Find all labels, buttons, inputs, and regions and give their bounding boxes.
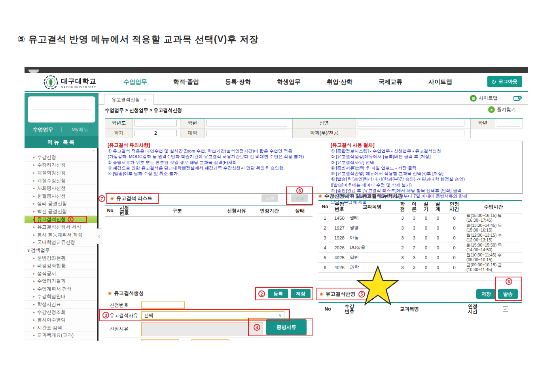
sidebar-item[interactable]: ▸국내학점교류신청 bbox=[25, 239, 97, 247]
sidebar-item-label: 수강학점안내 bbox=[37, 293, 66, 300]
reason-textarea[interactable] bbox=[141, 322, 263, 336]
form-input-학과(부)/전공[interactable] bbox=[358, 130, 464, 136]
user-info-box bbox=[28, 96, 95, 122]
sidebar-item[interactable]: ▸계절수강신청 bbox=[25, 177, 97, 185]
sidebar-item[interactable]: ▸사회봉사신청 bbox=[25, 185, 97, 192]
print-button[interactable]: 인쇄 bbox=[291, 194, 308, 202]
form-input-성명[interactable] bbox=[358, 120, 464, 126]
notice-line: ③ 폐강으로 인한 유고결석은 단과대학행정실에서 폐강과목 수강신청자 명단 … bbox=[108, 165, 328, 171]
sidebar-item-label: 교과목개요(교과) bbox=[37, 332, 74, 339]
delete-button[interactable]: 삭제 bbox=[261, 194, 278, 202]
sidebar-item-label: 수강허가신청 bbox=[37, 162, 66, 168]
sidebar-item[interactable]: ▸성적공시 bbox=[25, 270, 97, 278]
enrollment-row: 31928아동33000월(12:00~13:15) 수(12:00~13:15… bbox=[318, 233, 522, 243]
highlight-star bbox=[356, 266, 399, 307]
form-input-학년[interactable] bbox=[497, 120, 520, 126]
sidebar-tab-mymenu[interactable]: My메뉴 bbox=[62, 126, 98, 133]
nav-item-학적·졸업[interactable]: 학적·졸업 bbox=[173, 78, 199, 86]
sidebar-item[interactable]: ▸시간표 검색 bbox=[25, 324, 97, 332]
notice-line: ① 유고결석 적용은 대면수업 및 실시간 Zoom 수업, 학습기간(출석인정… bbox=[108, 148, 328, 154]
sidebar-item[interactable]: ▸수강신청조회 bbox=[25, 309, 97, 317]
menu-list: ▸수강신청▸수강허가신청▸계절희망신청▸계절수강신청▸사회봉사신청▸헌혈봉사신청… bbox=[25, 154, 97, 341]
sidebar-item-label: 시간표 검색 bbox=[37, 324, 62, 331]
enroll-col-header: 실 기 bbox=[420, 200, 432, 213]
form-label: 학과(부)/전공 bbox=[293, 128, 356, 138]
chevron-right-icon: ▸ bbox=[33, 287, 37, 291]
apply-no-input[interactable] bbox=[141, 302, 185, 309]
form-input-학년도[interactable] bbox=[134, 120, 177, 126]
sidebar-item[interactable]: ▸분반강좌현황 bbox=[25, 254, 97, 262]
chevron-right-icon: ▸ bbox=[33, 318, 37, 322]
sidebar-item[interactable]: ▸계절희망신청 bbox=[25, 169, 97, 177]
attach-documents-button[interactable]: 증빙서류 bbox=[266, 319, 307, 335]
sidebar-item[interactable]: ▸교과목개요(교과) bbox=[25, 332, 97, 340]
chevron-right-icon: ▸ bbox=[33, 256, 37, 260]
sidebar-item[interactable]: ▸취업적성검사 bbox=[25, 339, 97, 341]
list-section-title: 유고결석 리스트 bbox=[116, 195, 152, 202]
sidebar-item[interactable]: ▸수강신청 bbox=[25, 154, 97, 162]
sidebar-item-label: 성적공시 bbox=[37, 270, 56, 277]
period-label: 인정기간 bbox=[105, 339, 141, 341]
period-end-input[interactable] bbox=[191, 339, 229, 341]
form-label: 학년 bbox=[471, 118, 495, 128]
enroll-col-header: 교과목명 bbox=[347, 200, 397, 213]
sidebar-item-label: 분반강좌현황 bbox=[37, 255, 66, 262]
reason-select-label: 유고결석사유 bbox=[105, 312, 141, 319]
form-input-학기[interactable] bbox=[134, 130, 177, 136]
step4-badge: 4 bbox=[254, 324, 260, 331]
register-button[interactable]: 등록 bbox=[268, 289, 288, 298]
sidebar-item[interactable]: ▸수업평가결과 bbox=[25, 278, 97, 286]
sidebar-collapse-handle[interactable]: < bbox=[96, 228, 102, 244]
tab-absence-application[interactable]: 유고결석신청 × bbox=[104, 94, 154, 105]
university-logo[interactable]: 대구대학교 DAEGUUNIVERSITY bbox=[44, 75, 97, 90]
collapse-notch[interactable] bbox=[28, 70, 39, 73]
close-all-windows-icon[interactable] bbox=[513, 95, 522, 102]
chevron-right-icon: ▸ bbox=[33, 264, 37, 268]
period-start-input[interactable] bbox=[141, 339, 179, 341]
notice-line: ② 증빙서류가 위조 또는 변조된 것일 경우 해당 교과목 실격(F)처리 bbox=[108, 160, 328, 165]
scroll-up-icon[interactable]: ⌃ bbox=[92, 149, 95, 154]
sidebar-item[interactable]: ▸유고결석신청1 bbox=[25, 216, 97, 224]
sidebar-item[interactable]: ▸수업계획서 검색 bbox=[25, 285, 97, 293]
nav-item-학생업무[interactable]: 학생업무 bbox=[277, 78, 301, 86]
sidebar-item[interactable]: ▸봉사이수열람 bbox=[25, 316, 97, 324]
sidebar-tab-lecture[interactable]: 수업업무 bbox=[25, 126, 61, 133]
step7-badge: 7 bbox=[98, 195, 105, 202]
nav-item-수업업무[interactable]: 수업업무 bbox=[123, 78, 147, 86]
logout-button[interactable]: 로그아웃 bbox=[487, 76, 522, 87]
sidebar-item[interactable]: ▸학생시간표 bbox=[25, 301, 97, 309]
chevron-right-icon: ▸ bbox=[33, 163, 37, 167]
send-button[interactable]: 발송 bbox=[498, 289, 518, 299]
form-input-대학[interactable] bbox=[206, 130, 287, 136]
sidebar-item[interactable]: ▸봉사 활동계획서 작성 bbox=[25, 231, 97, 239]
absence-reason-select[interactable]: 선택 ∨ bbox=[141, 311, 284, 320]
sidebar-item[interactable]: ▸생리 공결신청 bbox=[25, 200, 97, 208]
tab-close-icon[interactable]: × bbox=[144, 97, 146, 102]
create-save-button[interactable]: 저장 bbox=[291, 289, 311, 298]
enroll-col-header: 설 계 bbox=[432, 200, 444, 213]
notice-line: ⑥ [발송]후 [승인]처리 대기(학과(부)장 승인) -> 단과대학 행정실… bbox=[331, 176, 520, 182]
nav-item-국제교류[interactable]: 국제교류 bbox=[379, 78, 402, 86]
step2-badge: 2 bbox=[258, 290, 265, 297]
chevron-right-icon: ▸ bbox=[33, 326, 37, 330]
sidebar-item-label: 수강신청조회 bbox=[37, 309, 66, 316]
nav-item-사이트맵[interactable]: 사이트맵 bbox=[428, 78, 452, 86]
sidebar-item[interactable]: ▸폐강강좌현황 bbox=[25, 262, 97, 270]
menu-list-wrap: ⌃ ▸수강신청▸수강허가신청▸계절희망신청▸계절수강신청▸사회봉사신청▸헌혈봉사… bbox=[25, 148, 98, 341]
sidebar-item[interactable]: ▸수강허가신청 bbox=[25, 162, 97, 170]
star-icon: ★ bbox=[488, 106, 495, 113]
enroll-col-header: 이 론 bbox=[408, 200, 420, 213]
nav-item-취업·산학[interactable]: 취업·산학 bbox=[327, 78, 352, 86]
list-col-header: 신청사유 bbox=[222, 205, 252, 216]
sidebar-item[interactable]: ▸헌혈봉사신청 bbox=[25, 192, 97, 200]
form-input-학번[interactable] bbox=[206, 120, 287, 126]
sidebar-item[interactable]: ▸수강학점안내 bbox=[25, 293, 97, 301]
nav-item-등록·장학[interactable]: 등록·장학 bbox=[225, 78, 251, 86]
favorite-button[interactable]: ★ 즐겨찾기 bbox=[488, 106, 516, 113]
select-all-checkbox[interactable]: ✓ bbox=[503, 306, 508, 312]
sidebar-item[interactable]: ▸백신 공결신청 bbox=[25, 208, 97, 216]
sidebar-item[interactable]: ∨검색업무 bbox=[25, 247, 97, 254]
sitemap-shortcut[interactable]: ▦ 사이트맵 bbox=[470, 95, 498, 102]
sidebar-item[interactable]: ▸유고결석신청서 서식 bbox=[25, 223, 97, 231]
apply-save-button[interactable]: 저장 bbox=[476, 289, 496, 299]
